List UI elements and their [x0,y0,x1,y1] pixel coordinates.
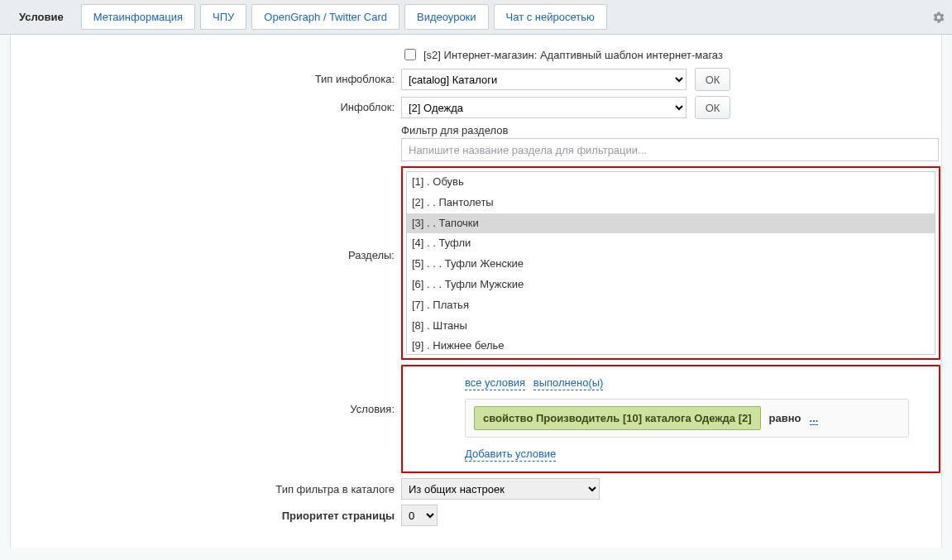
conditions-highlight: все условия выполнено(ы) свойство Произв… [401,365,940,473]
iblock-select[interactable]: [2] Одежда [401,97,686,118]
section-item[interactable]: [3] . . Тапочки [407,213,935,234]
section-item[interactable]: [9] . Нижнее белье [407,336,935,355]
section-item[interactable]: [2] . . Пантолеты [407,193,935,213]
iblock-ok[interactable]: ОК [695,96,731,119]
filter-type-label: Тип фильтра в каталоге [21,478,401,495]
tab-opengraph[interactable]: OpenGraph / Twitter Card [251,4,399,30]
sections-label: Разделы: [21,166,401,261]
gear-icon[interactable] [932,11,945,24]
iblock-type-select[interactable]: [catalog] Каталоги [401,69,686,90]
section-item[interactable]: [7] . Платья [407,295,935,316]
section-item[interactable]: [1] . Обувь [407,172,935,193]
filter-sections-label: Фильтр для разделов [401,124,931,136]
iblock-type-label: Тип инфоблока: [21,68,401,85]
section-item[interactable]: [4] . . Туфли [407,233,935,254]
add-condition-link[interactable]: Добавить условие [465,448,556,462]
condition-mode-all[interactable]: все условия [465,376,525,390]
tab-ai[interactable]: Чат с нейросетью [494,4,607,30]
tab-bar: Условие Метаинформация ЧПУ OpenGraph / T… [0,0,952,35]
tab-metainfo[interactable]: Метаинформация [81,4,195,30]
condition-header: все условия выполнено(ы) [465,376,909,389]
site-checkbox-s2[interactable]: [s2] Интернет-магазин: Адаптивный шаблон… [401,46,931,63]
condition-mode-done[interactable]: выполнено(ы) [533,376,604,390]
condition-value-placeholder[interactable]: ... [810,412,819,425]
section-item[interactable]: [6] . . . Туфли Мужские [407,275,935,295]
tab-condition[interactable]: Условие [7,4,76,30]
tab-sef[interactable]: ЧПУ [200,4,246,30]
conditions-label: Условия: [21,365,401,415]
priority-select[interactable]: 0 [401,505,438,526]
condition-operator[interactable]: равно [769,412,801,424]
iblock-label: Инфоблок: [21,96,401,113]
form-area: [s2] Интернет-магазин: Адаптивный шаблон… [10,35,942,548]
filter-type-select[interactable]: Из общих настроек [401,478,600,500]
site-checkbox-s2-label: [s2] Интернет-магазин: Адаптивный шаблон… [423,49,723,61]
section-item[interactable]: [8] . Штаны [407,316,935,337]
sections-highlight: [1] . Обувь[2] . . Пантолеты[3] . . Тапо… [401,166,940,360]
site-checkbox-s2-input[interactable] [404,49,416,60]
tab-video[interactable]: Видеоуроки [404,4,489,30]
sections-listbox[interactable]: [1] . Обувь[2] . . Пантолеты[3] . . Тапо… [406,171,935,355]
iblock-type-ok[interactable]: ОК [695,68,731,91]
filter-sections-input[interactable] [401,138,939,161]
condition-row: свойство Производитель [10] каталога Оде… [465,399,909,438]
section-item[interactable]: [5] . . . Туфли Женские [407,254,935,275]
condition-property-tag[interactable]: свойство Производитель [10] каталога Оде… [474,406,761,430]
priority-label: Приоритет страницы [21,505,401,522]
